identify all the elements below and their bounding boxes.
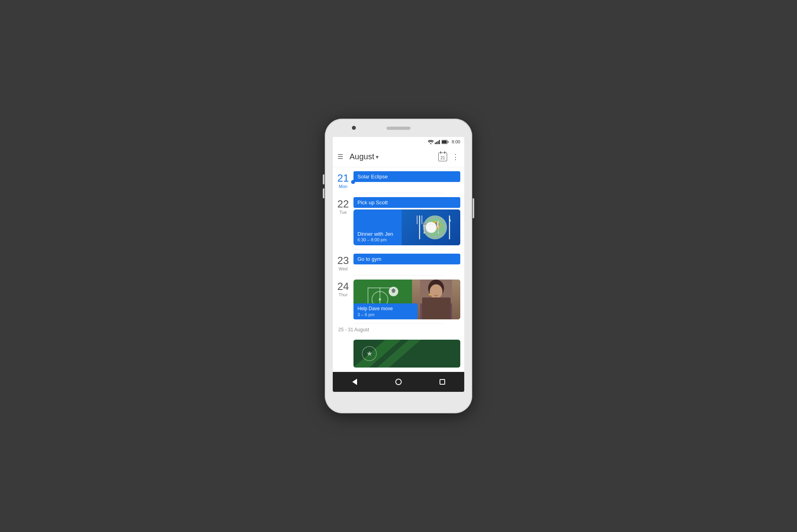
volume-down-button[interactable] [323,188,324,198]
svg-point-30 [436,293,437,293]
event-next-week-preview[interactable]: ★ [353,340,460,368]
person-silhouette [412,280,460,319]
app-header: ☰ August ▾ 21 ⋮ [333,147,464,167]
home-circle-icon [395,379,402,385]
header-actions: 21 ⋮ [438,153,459,161]
current-time-dot [351,180,355,184]
day-row-23: 23 Wed Go to gym [333,250,464,275]
events-col-21: Solar Eclipse [353,171,464,182]
month-title-container[interactable]: August ▾ [349,152,438,161]
svg-rect-11 [421,215,422,224]
svg-rect-3 [439,140,440,144]
svg-point-33 [429,294,431,295]
svg-rect-1 [436,142,437,144]
day-row-25: ★ [333,336,464,372]
svg-text:★: ★ [366,350,373,358]
power-button[interactable] [473,198,474,218]
day-number-22: 22 [338,199,349,209]
person-svg [412,280,460,319]
day-label-23: 23 Wed [333,254,353,271]
battery-icon [442,140,449,144]
events-col-24: Soccer practice 10 am – 12 pm Help Dave … [353,280,464,319]
day-label-21: 21 Mon [333,171,353,189]
day-name-22: Tue [340,210,347,215]
day-row-21: 21 Mon Solar Eclipse [333,167,464,193]
phone-top-bar [328,123,469,135]
event-title: Solar Eclipse [357,174,388,180]
home-button[interactable] [391,374,406,390]
event-pickup-scott[interactable]: Pick up Scott [353,197,460,208]
svg-rect-5 [448,141,448,143]
wifi-icon [428,140,434,144]
svg-point-8 [426,219,444,236]
more-options-button[interactable]: ⋮ [452,153,459,161]
events-col-23: Go to gym [353,254,464,264]
phone-frame: 8:00 ☰ August ▾ 21 ⋮ 21 Mon [325,119,472,413]
starbucks-bg: ★ [353,340,460,368]
volume-up-button[interactable] [323,174,324,184]
front-camera [352,126,356,130]
signal-icon [435,140,440,144]
menu-button[interactable]: ☰ [338,153,343,160]
dinner-title: Dinner with Jen [357,231,393,237]
event-gym[interactable]: Go to gym [353,254,460,264]
dinner-svg [402,209,460,245]
day-name-21: Mon [339,184,347,189]
recents-button[interactable] [434,374,450,390]
status-bar: 8:00 [333,137,464,147]
day-number-21: 21 [338,173,349,183]
svg-rect-2 [438,141,439,144]
svg-rect-9 [419,215,420,239]
svg-rect-24 [420,280,452,319]
svg-point-13 [429,221,440,229]
dinner-overlay: Dinner with Jen 6:30 – 8:00 pm [357,231,393,242]
calendar-scroll-area[interactable]: 21 Mon Solar Eclipse 22 Tue [333,167,464,372]
status-time: 8:00 [452,139,460,144]
day-label-22: 22 Tue [333,197,353,215]
svg-point-21 [379,298,381,301]
svg-rect-31 [434,298,439,303]
svg-rect-6 [442,141,447,143]
day-label-25 [333,340,353,341]
day-row-22: 22 Tue Pick up Scott [333,193,464,249]
status-icons [428,140,449,144]
svg-point-32 [426,299,446,315]
day-label-24: 24 Thur [333,280,353,297]
svg-rect-0 [435,143,436,144]
svg-rect-17 [367,288,391,288]
events-col-22: Pick up Scott [353,197,464,245]
svg-rect-25 [420,303,452,319]
navigation-bar [333,372,464,392]
calendar-day-number: 21 [440,156,445,160]
event-title: Pick up Scott [357,200,388,205]
svg-point-27 [430,284,443,299]
event-title: Go to gym [357,256,381,262]
earpiece-speaker [387,127,410,130]
calendar-today-button[interactable]: 21 [438,153,447,161]
event-help-dave[interactable]: Help Dave move 3 – 6 pm [353,303,418,319]
dropdown-arrow: ▾ [376,154,379,160]
event-solar-eclipse[interactable]: Solar Eclipse [353,171,460,182]
back-arrow-icon [352,379,357,385]
help-dave-title: Help Dave move [357,306,414,311]
day-row-24: 24 Thur [333,276,464,323]
svg-point-29 [438,290,440,292]
dinner-time: 6:30 – 8:00 pm [357,237,393,242]
svg-point-14 [434,222,439,227]
event-dinner-jen[interactable]: Dinner with Jen 6:30 – 8:00 pm [353,209,460,245]
day-name-24: Thur [339,292,348,297]
month-label: August [349,152,374,161]
person-photo [412,280,460,319]
dinner-image [402,209,460,245]
svg-rect-10 [416,215,417,224]
day-number-24: 24 [338,281,349,291]
preview-svg: ★ [353,340,460,368]
day-name-23: Wed [339,266,347,271]
phone-screen: 8:00 ☰ August ▾ 21 ⋮ 21 Mon [333,137,464,392]
recents-square-icon [440,379,445,385]
day-number-23: 23 [338,255,349,266]
back-button[interactable] [347,374,363,390]
week-range-text: 25 - 31 August [338,327,369,332]
events-col-25: ★ [353,340,464,368]
svg-point-28 [433,290,435,292]
